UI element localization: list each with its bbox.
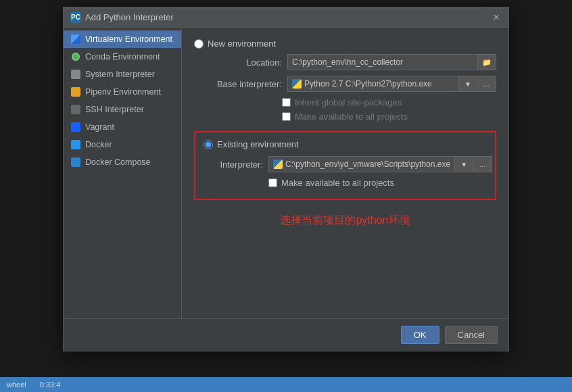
dialog-titlebar: PC Add Python Interpreter ×	[64, 7, 508, 28]
sidebar-label-virtualenv: Virtualenv Environment	[85, 34, 172, 44]
inherit-checkbox[interactable]	[282, 98, 291, 107]
base-interpreter-row: Base interpreter: Python 2.7 C:\Python27…	[208, 76, 496, 92]
sidebar-item-docker-compose[interactable]: Docker Compose	[64, 153, 181, 171]
interpreter-dropdown-button[interactable]: ▼	[454, 156, 473, 172]
sidebar-label-docker: Docker	[85, 140, 112, 149]
add-python-interpreter-dialog: PC Add Python Interpreter × Virtualenv E…	[63, 7, 509, 351]
pycharm-icon: PC	[70, 12, 81, 23]
make-available-existing-checkbox-row[interactable]: Make available to all projects	[268, 178, 487, 188]
location-browse-button[interactable]: 📁	[477, 54, 496, 70]
status-file: wheel	[7, 381, 26, 389]
existing-environment-label: Existing environment	[217, 139, 299, 149]
cancel-button[interactable]: Cancel	[445, 326, 498, 344]
dialog-footer: OK Cancel	[64, 318, 508, 351]
new-environment-radio-label[interactable]: New environment	[194, 39, 496, 49]
sidebar-item-vagrant[interactable]: Vagrant	[64, 118, 181, 136]
pipenv-icon	[70, 87, 81, 97]
make-available-new-checkbox-row[interactable]: Make available to all projects	[282, 112, 496, 122]
interpreter-display: C:\python_env\yd_vmware\Scripts\python.e…	[268, 156, 454, 172]
annotation-text: 选择当前项目的python环境	[194, 214, 496, 228]
make-available-new-checkbox[interactable]	[282, 112, 291, 121]
title-left: PC Add Python Interpreter	[70, 12, 174, 23]
base-interpreter-browse-button[interactable]: …	[477, 76, 496, 92]
interpreter-label: Interpreter:	[204, 160, 263, 170]
conda-icon	[70, 51, 81, 62]
existing-environment-radio-label[interactable]: Existing environment	[204, 139, 299, 149]
sidebar-item-ssh[interactable]: SSH Interpreter	[64, 101, 181, 118]
new-environment-radio[interactable]	[194, 39, 204, 49]
existing-environment-section: Existing environment Interpreter: C:\pyt…	[194, 131, 496, 200]
sidebar-label-conda: Conda Environment	[85, 52, 160, 62]
docker-icon	[70, 139, 81, 150]
location-row: Location: 📁	[208, 54, 496, 70]
interpreter-dropdown-group: C:\python_env\yd_vmware\Scripts\python.e…	[268, 156, 492, 172]
python-icon	[292, 79, 302, 89]
existing-environment-radio[interactable]	[204, 140, 213, 149]
status-bar: wheel 0:33:4	[0, 377, 572, 392]
interpreter-row: Interpreter: C:\python_env\yd_vmware\Scr…	[204, 156, 487, 172]
sidebar-label-vagrant: Vagrant	[85, 122, 114, 132]
status-position: 0:33:4	[40, 381, 61, 389]
make-available-existing-label: Make available to all projects	[281, 178, 394, 188]
sidebar-item-system[interactable]: System Interpreter	[64, 66, 181, 83]
sidebar-label-ssh: SSH Interpreter	[85, 105, 144, 114]
ssh-icon	[70, 104, 81, 115]
base-interpreter-display: Python 2.7 C:\Python27\python.exe	[287, 76, 458, 92]
dialog-body: Virtualenv Environment Conda Environment…	[64, 28, 508, 318]
sidebar-label-docker-compose: Docker Compose	[85, 157, 151, 167]
make-available-new-label: Make available to all projects	[295, 112, 408, 122]
sidebar-item-virtualenv[interactable]: Virtualenv Environment	[64, 30, 181, 48]
new-environment-label: New environment	[208, 39, 276, 49]
virtualenv-icon	[70, 34, 81, 45]
vagrant-icon	[70, 122, 81, 132]
folder-icon: 📁	[482, 58, 492, 67]
sidebar-item-conda[interactable]: Conda Environment	[64, 48, 181, 66]
sidebar-label-system: System Interpreter	[85, 70, 155, 79]
sidebar-item-docker[interactable]: Docker	[64, 136, 181, 153]
base-interpreter-dropdown-button[interactable]: ▼	[458, 76, 477, 92]
interpreter-value: C:\python_env\yd_vmware\Scripts\python.e…	[285, 160, 450, 169]
existing-env-header: Existing environment	[204, 139, 487, 149]
dialog-overlay: PC Add Python Interpreter × Virtualenv E…	[0, 0, 572, 392]
inherit-checkbox-row[interactable]: Inherit global site-packages	[282, 97, 496, 107]
interpreter-browse-button[interactable]: …	[473, 156, 492, 172]
base-interpreter-value: Python 2.7 C:\Python27\python.exe	[304, 79, 432, 89]
interpreter-python-icon	[273, 160, 283, 169]
inherit-label: Inherit global site-packages	[295, 97, 402, 107]
sidebar-label-pipenv: Pipenv Environment	[85, 87, 161, 97]
main-content: New environment Location: 📁 Base interpr…	[182, 28, 508, 318]
docker-compose-icon	[70, 157, 81, 168]
close-button[interactable]: ×	[491, 12, 502, 23]
sidebar: Virtualenv Environment Conda Environment…	[64, 28, 182, 318]
base-interpreter-label: Base interpreter:	[208, 79, 282, 89]
base-interpreter-input-group: Python 2.7 C:\Python27\python.exe ▼ …	[287, 76, 496, 92]
system-icon	[70, 69, 81, 80]
make-available-existing-checkbox[interactable]	[268, 178, 277, 187]
location-input-group: 📁	[287, 54, 496, 70]
sidebar-item-pipenv[interactable]: Pipenv Environment	[64, 83, 181, 101]
ok-button[interactable]: OK	[401, 326, 439, 344]
dialog-title: Add Python Interpreter	[85, 12, 174, 22]
new-environment-section: New environment Location: 📁 Base interpr…	[194, 39, 496, 122]
location-input[interactable]	[287, 54, 477, 70]
location-label: Location:	[208, 57, 282, 68]
